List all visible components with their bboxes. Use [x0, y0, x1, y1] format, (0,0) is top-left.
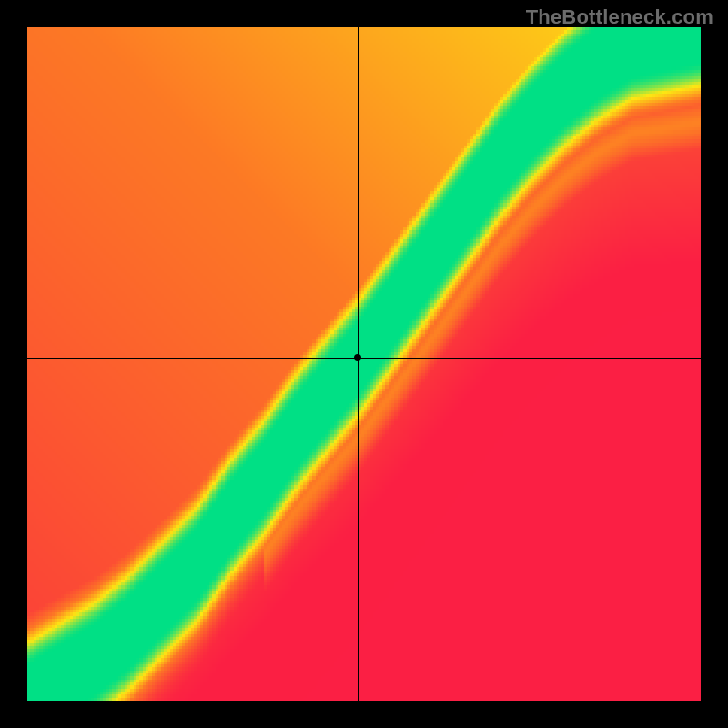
crosshair-horizontal: [27, 358, 701, 359]
heatmap-canvas: [27, 27, 701, 701]
crosshair-dot: [354, 354, 361, 361]
crosshair-vertical: [358, 27, 359, 701]
watermark-text: TheBottleneck.com: [526, 5, 713, 29]
heatmap-plot[interactable]: [27, 27, 701, 701]
chart-frame: TheBottleneck.com: [0, 0, 728, 728]
